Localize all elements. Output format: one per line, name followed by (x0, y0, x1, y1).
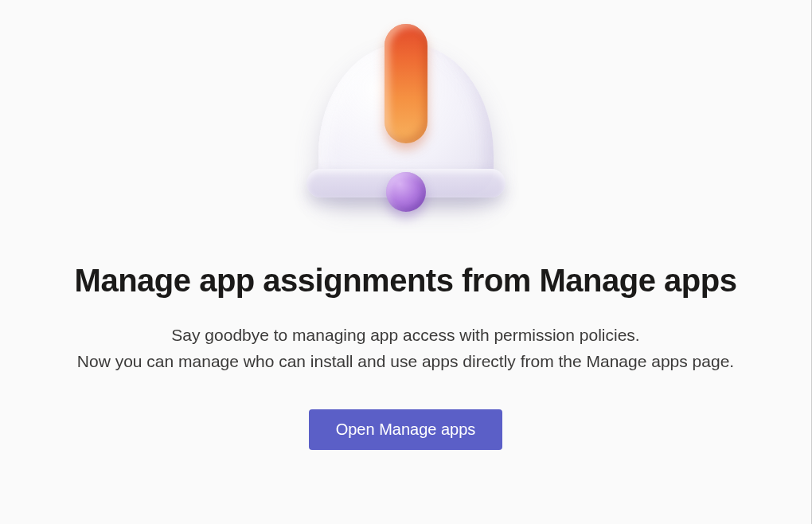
open-manage-apps-button[interactable]: Open Manage apps (309, 409, 503, 450)
page-description: Say goodbye to managing app access with … (77, 323, 734, 374)
page-title: Manage app assignments from Manage apps (75, 263, 737, 299)
exclamation-bar (385, 24, 427, 143)
bell-exclamation-icon (295, 24, 517, 231)
exclamation-dot (386, 172, 426, 212)
